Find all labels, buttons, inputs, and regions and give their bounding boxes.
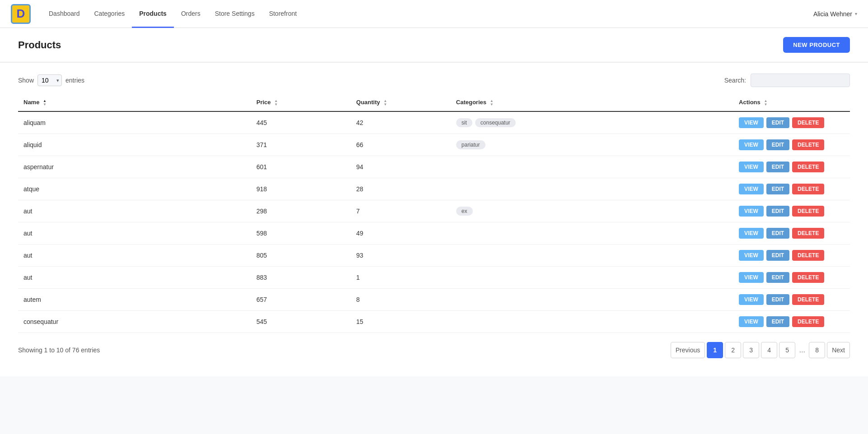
- cell-quantity: 93: [351, 244, 451, 266]
- view-button[interactable]: VIEW: [739, 162, 764, 172]
- view-button[interactable]: VIEW: [739, 117, 764, 128]
- delete-button[interactable]: DELETE: [792, 294, 824, 305]
- nav-link-dashboard[interactable]: Dashboard: [42, 0, 87, 28]
- cell-name: aliquid: [18, 134, 251, 156]
- table-row: aut8831VIEWEDITDELETE: [18, 266, 850, 288]
- nav-link-orders[interactable]: Orders: [174, 0, 208, 28]
- cell-quantity: 15: [351, 310, 451, 332]
- view-button[interactable]: VIEW: [739, 206, 764, 217]
- edit-button[interactable]: EDIT: [766, 228, 789, 239]
- sort-icon-quantity: ▲ ▼: [383, 99, 387, 106]
- edit-button[interactable]: EDIT: [766, 316, 789, 327]
- col-header-categories[interactable]: Categories ▲ ▼: [451, 94, 733, 111]
- pagination-page-3[interactable]: 3: [743, 342, 759, 358]
- delete-button[interactable]: DELETE: [792, 228, 824, 239]
- pagination-previous[interactable]: Previous: [671, 342, 705, 358]
- delete-button[interactable]: DELETE: [792, 272, 824, 283]
- user-menu[interactable]: Alicia Wehner ▾: [813, 10, 857, 18]
- user-name: Alicia Wehner: [813, 10, 852, 18]
- pagination-page-5[interactable]: 5: [779, 342, 795, 358]
- view-button[interactable]: VIEW: [739, 184, 764, 194]
- category-badge: pariatur: [456, 140, 485, 149]
- nav-link-store-settings[interactable]: Store Settings: [208, 0, 262, 28]
- pagination-page-1[interactable]: 1: [707, 342, 723, 358]
- table-row: aliquam44542sitconsequaturVIEWEDITDELETE: [18, 111, 850, 134]
- nav-links: DashboardCategoriesProductsOrdersStore S…: [42, 0, 813, 28]
- table-controls: Show 10 25 50 100 entries Search:: [18, 74, 850, 87]
- sort-icon-name: ▲ ▼: [43, 99, 47, 106]
- cell-price: 657: [251, 288, 351, 310]
- table-row: aliquid37166pariaturVIEWEDITDELETE: [18, 134, 850, 156]
- cell-categories: [451, 310, 733, 332]
- view-button[interactable]: VIEW: [739, 228, 764, 239]
- cell-price: 445: [251, 111, 351, 134]
- table-row: autem6578VIEWEDITDELETE: [18, 288, 850, 310]
- view-button[interactable]: VIEW: [739, 316, 764, 327]
- edit-button[interactable]: EDIT: [766, 206, 789, 217]
- sort-icon-actions: ▲ ▼: [764, 99, 767, 106]
- cell-price: 371: [251, 134, 351, 156]
- edit-button[interactable]: EDIT: [766, 139, 789, 150]
- pagination-next[interactable]: Next: [827, 342, 850, 358]
- navbar: D DashboardCategoriesProductsOrdersStore…: [0, 0, 868, 28]
- view-button[interactable]: VIEW: [739, 272, 764, 283]
- brand-logo[interactable]: D: [11, 4, 31, 24]
- pagination-page-8[interactable]: 8: [809, 342, 825, 358]
- search-input[interactable]: [751, 74, 850, 87]
- col-header-actions[interactable]: Actions ▲ ▼: [733, 94, 850, 111]
- view-button[interactable]: VIEW: [739, 250, 764, 261]
- cell-quantity: 8: [351, 288, 451, 310]
- table-row: aspernatur60194VIEWEDITDELETE: [18, 156, 850, 178]
- sort-icon-price: ▲ ▼: [274, 99, 278, 106]
- table-row: atque91828VIEWEDITDELETE: [18, 178, 850, 200]
- delete-button[interactable]: DELETE: [792, 250, 824, 261]
- cell-price: 805: [251, 244, 351, 266]
- delete-button[interactable]: DELETE: [792, 206, 824, 217]
- nav-link-products[interactable]: Products: [132, 0, 174, 28]
- sort-icon-categories: ▲ ▼: [490, 99, 494, 106]
- edit-button[interactable]: EDIT: [766, 250, 789, 261]
- entries-select[interactable]: 10 25 50 100: [37, 74, 62, 86]
- edit-button[interactable]: EDIT: [766, 272, 789, 283]
- pagination-ellipsis: …: [797, 346, 807, 354]
- delete-button[interactable]: DELETE: [792, 117, 824, 128]
- entries-label: entries: [65, 77, 84, 84]
- cell-actions: VIEWEDITDELETE: [733, 156, 850, 178]
- pagination-page-4[interactable]: 4: [761, 342, 777, 358]
- cell-actions: VIEWEDITDELETE: [733, 134, 850, 156]
- delete-button[interactable]: DELETE: [792, 184, 824, 194]
- edit-button[interactable]: EDIT: [766, 294, 789, 305]
- delete-button[interactable]: DELETE: [792, 162, 824, 172]
- brand-letter: D: [17, 7, 25, 21]
- nav-link-storefront[interactable]: Storefront: [262, 0, 304, 28]
- cell-categories: sitconsequatur: [451, 111, 733, 134]
- page-header: Products NEW PRODUCT: [0, 28, 868, 62]
- cell-categories: [451, 178, 733, 200]
- view-button[interactable]: VIEW: [739, 294, 764, 305]
- table-row: aut59849VIEWEDITDELETE: [18, 222, 850, 244]
- pagination-page-2[interactable]: 2: [725, 342, 741, 358]
- chevron-down-icon: ▾: [855, 11, 857, 16]
- entries-select-wrapper[interactable]: 10 25 50 100: [37, 74, 62, 86]
- pagination-area: Showing 1 to 10 of 76 entries Previous 1…: [18, 342, 850, 358]
- search-box: Search:: [724, 74, 850, 87]
- edit-button[interactable]: EDIT: [766, 117, 789, 128]
- cell-quantity: 49: [351, 222, 451, 244]
- delete-button[interactable]: DELETE: [792, 139, 824, 150]
- edit-button[interactable]: EDIT: [766, 184, 789, 194]
- cell-name: aspernatur: [18, 156, 251, 178]
- cell-price: 598: [251, 222, 351, 244]
- cell-quantity: 94: [351, 156, 451, 178]
- cell-actions: VIEWEDITDELETE: [733, 200, 850, 222]
- col-header-quantity[interactable]: Quantity ▲ ▼: [351, 94, 451, 111]
- col-header-price[interactable]: Price ▲ ▼: [251, 94, 351, 111]
- table-row: aut2987exVIEWEDITDELETE: [18, 200, 850, 222]
- cell-categories: [451, 222, 733, 244]
- col-header-name[interactable]: Name ▲ ▼: [18, 94, 251, 111]
- nav-link-categories[interactable]: Categories: [87, 0, 132, 28]
- delete-button[interactable]: DELETE: [792, 316, 824, 327]
- new-product-button[interactable]: NEW PRODUCT: [783, 37, 850, 53]
- table-row: consequatur54515VIEWEDITDELETE: [18, 310, 850, 332]
- view-button[interactable]: VIEW: [739, 139, 764, 150]
- edit-button[interactable]: EDIT: [766, 162, 789, 172]
